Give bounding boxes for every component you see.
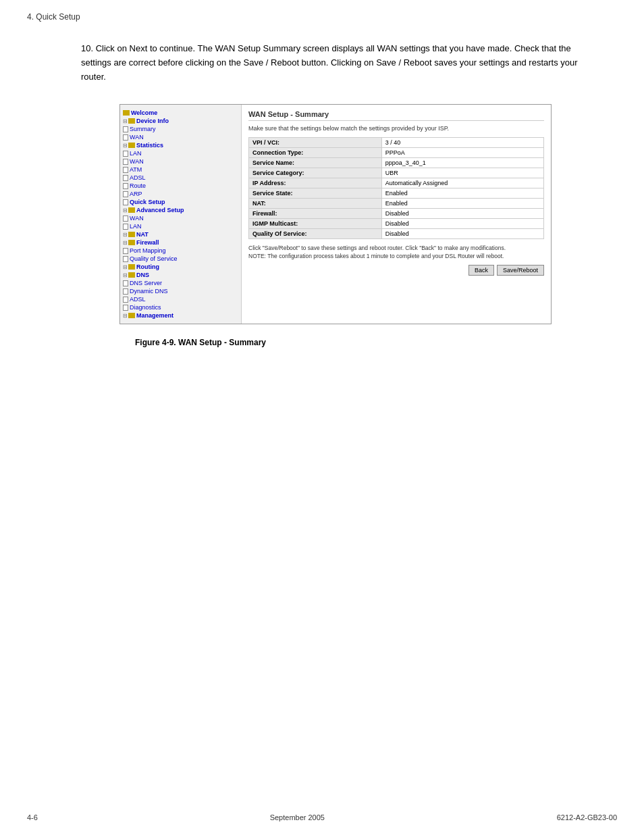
nav-item-atm[interactable]: ATM	[123, 166, 238, 174]
adv-expand-icon: ⊟	[123, 207, 128, 213]
nav-item-summary[interactable]: Summary	[123, 125, 238, 133]
nav-item-nat[interactable]: ⊟ NAT	[123, 230, 238, 238]
nav-panel: Welcome ⊟ Device Info Summary WAN ⊟ Stat…	[120, 105, 242, 324]
summary-table: VPI / VCI:3 / 40Connection Type:PPPoASer…	[248, 137, 544, 239]
nav-item-firewall[interactable]: ⊟ Firewall	[123, 238, 238, 247]
figure-caption: Figure 4-9. WAN Setup - Summary	[135, 338, 590, 347]
footer-center: September 2005	[270, 813, 325, 821]
nav-item-routing[interactable]: ⊟ Routing	[123, 263, 238, 271]
nav-item-adsl2[interactable]: ADSL	[123, 295, 238, 303]
summary-value: PPPoA	[381, 148, 543, 158]
atm-page-icon	[123, 167, 128, 173]
wan-link[interactable]: WAN	[130, 134, 144, 141]
wan-page-icon	[123, 134, 128, 141]
footer-right: 6212-A2-GB23-00	[557, 813, 617, 821]
nav-item-dns[interactable]: ⊟ DNS	[123, 271, 238, 279]
adv-lan-link[interactable]: LAN	[130, 223, 142, 230]
arp-link[interactable]: ARP	[130, 191, 142, 197]
summary-value: Disabled	[381, 209, 543, 219]
summary-row: Firewall:Disabled	[249, 209, 544, 219]
wan2-page-icon	[123, 159, 128, 165]
management-icon	[128, 313, 135, 318]
adsl-link[interactable]: ADSL	[130, 174, 146, 181]
dns-server-icon	[123, 280, 128, 286]
dns-server-link[interactable]: DNS Server	[130, 280, 162, 286]
adv-wan-link[interactable]: WAN	[130, 215, 144, 222]
atm-link[interactable]: ATM	[130, 166, 142, 173]
chapter-title: 4. Quick Setup	[27, 12, 80, 22]
summary-value: 3 / 40	[381, 138, 543, 148]
nav-item-management[interactable]: ⊟ Management	[123, 311, 238, 320]
adv-lan-icon	[123, 224, 128, 230]
nav-item-advanced-setup[interactable]: ⊟ Advanced Setup	[123, 206, 238, 214]
nav-item-adv-wan[interactable]: WAN	[123, 214, 238, 222]
device-info-link[interactable]: Device Info	[136, 118, 169, 124]
summary-row: Service Category:UBR	[249, 168, 544, 178]
lan-page-icon	[123, 151, 128, 157]
summary-row: Service State:Enabled	[249, 188, 544, 199]
mgmt-expand-icon: ⊟	[123, 313, 128, 319]
nav-item-wan2[interactable]: WAN	[123, 157, 238, 166]
management-link[interactable]: Management	[136, 312, 173, 319]
summary-row: VPI / VCI:3 / 40	[249, 138, 544, 148]
footer-left: 4-6	[27, 813, 38, 821]
summary-row: Quality Of Service:Disabled	[249, 229, 544, 239]
note-text: Click "Save/Reboot" to save these settin…	[248, 245, 544, 261]
port-mapping-icon	[123, 248, 128, 254]
summary-value: Enabled	[381, 188, 543, 199]
nav-item-adv-lan[interactable]: LAN	[123, 222, 238, 230]
routing-link[interactable]: Routing	[136, 263, 159, 270]
advanced-setup-link[interactable]: Advanced Setup	[136, 207, 184, 213]
nav-item-dynamic-dns[interactable]: Dynamic DNS	[123, 287, 238, 295]
summary-label: Connection Type:	[249, 148, 382, 158]
summary-label: Firewall:	[249, 209, 382, 219]
firewall-icon	[128, 240, 135, 245]
summary-label: Service Category:	[249, 168, 382, 178]
summary-link[interactable]: Summary	[130, 126, 156, 132]
adsl2-link[interactable]: ADSL	[130, 296, 146, 303]
quick-setup-link[interactable]: Quick Setup	[130, 199, 165, 205]
welcome-icon	[123, 110, 130, 116]
back-button[interactable]: Back	[468, 265, 494, 276]
nav-item-adsl[interactable]: ADSL	[123, 174, 238, 182]
nav-item-diagnostics[interactable]: Diagnostics	[123, 303, 238, 311]
nat-link[interactable]: NAT	[136, 231, 149, 238]
nav-item-port-mapping[interactable]: Port Mapping	[123, 247, 238, 255]
firewall-link[interactable]: Firewall	[136, 239, 159, 246]
diagnostics-icon	[123, 305, 128, 311]
step-content: Click on Next to continue. The WAN Setup…	[81, 43, 578, 82]
nav-item-qos[interactable]: Quality of Service	[123, 255, 238, 263]
page-footer: 4-6 September 2005 6212-A2-GB23-00	[0, 813, 644, 821]
diagnostics-link[interactable]: Diagnostics	[130, 304, 161, 311]
route-link[interactable]: Route	[130, 182, 146, 189]
adv-wan-icon	[123, 216, 128, 222]
save-reboot-button[interactable]: Save/Reboot	[497, 265, 544, 276]
nav-item-quick-setup[interactable]: Quick Setup	[123, 198, 238, 206]
summary-row: IP Address:Automatically Assigned	[249, 178, 544, 188]
qos-link[interactable]: Quality of Service	[130, 255, 178, 262]
summary-label: IGMP Multicast:	[249, 219, 382, 229]
wan2-link[interactable]: WAN	[130, 158, 144, 165]
nav-item-device-info[interactable]: ⊟ Device Info	[123, 117, 238, 125]
figure-caption-text: Figure 4-9. WAN Setup - Summary	[135, 338, 266, 347]
routing-expand-icon: ⊟	[123, 264, 128, 270]
nav-item-wan[interactable]: WAN	[123, 133, 238, 141]
expand-icon: ⊟	[123, 118, 128, 124]
nat-icon	[128, 232, 135, 237]
port-mapping-link[interactable]: Port Mapping	[130, 247, 166, 254]
nav-item-arp[interactable]: ARP	[123, 190, 238, 198]
route-page-icon	[123, 183, 128, 189]
dynamic-dns-link[interactable]: Dynamic DNS	[130, 288, 168, 295]
nav-item-dns-server[interactable]: DNS Server	[123, 279, 238, 287]
nav-item-route[interactable]: Route	[123, 182, 238, 190]
arp-page-icon	[123, 191, 128, 197]
nav-item-welcome[interactable]: Welcome	[123, 109, 238, 117]
dns-link[interactable]: DNS	[136, 272, 149, 278]
nav-item-lan[interactable]: LAN	[123, 149, 238, 157]
statistics-link[interactable]: Statistics	[136, 142, 163, 149]
dns-icon	[128, 272, 135, 278]
content-area: 10. Click on Next to continue. The WAN S…	[0, 28, 644, 388]
lan-link[interactable]: LAN	[130, 150, 142, 157]
welcome-link[interactable]: Welcome	[131, 109, 157, 116]
nav-item-statistics[interactable]: ⊟ Statistics	[123, 141, 238, 149]
